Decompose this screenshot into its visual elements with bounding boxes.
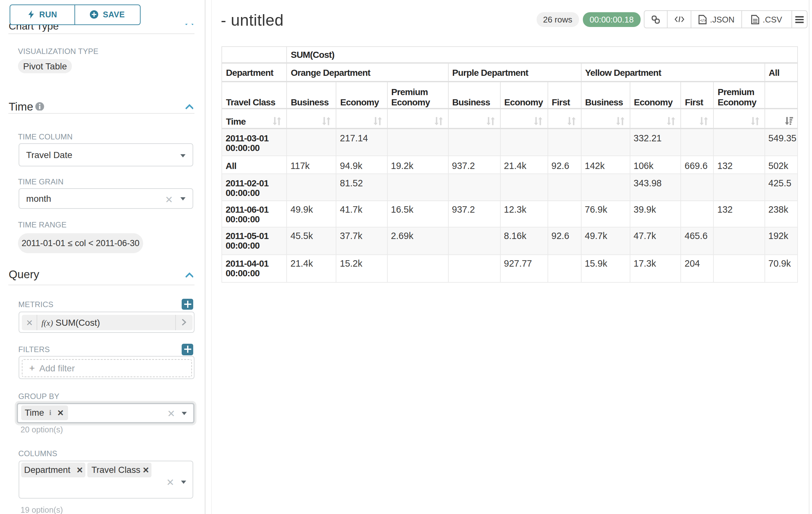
svg-text:</>: </>	[700, 18, 706, 23]
